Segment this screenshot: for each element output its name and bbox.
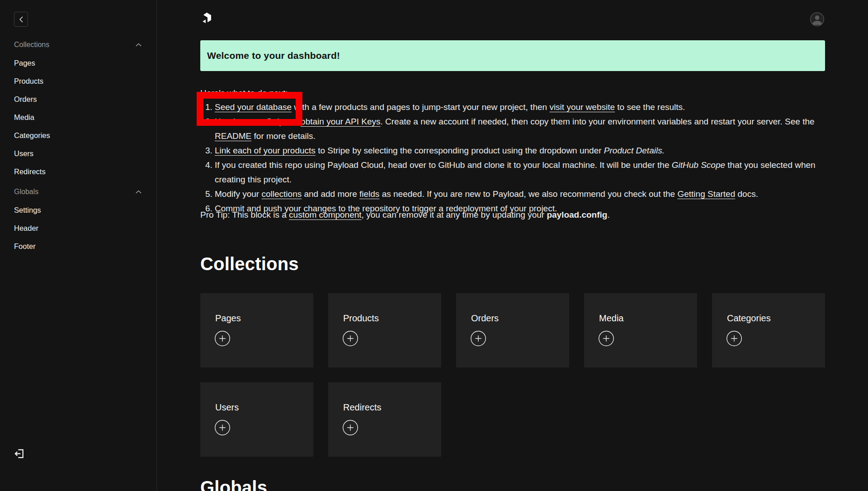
sidebar-item-orders[interactable]: Orders	[14, 90, 142, 108]
plus-icon	[471, 331, 486, 346]
todo-item-5: Modify your collections and add more fie…	[215, 187, 830, 201]
inline-link[interactable]: obtain your API Keys	[301, 117, 380, 126]
sidebar-group-header-globals[interactable]: Globals	[14, 183, 142, 201]
sidebar-collapse-button[interactable]	[14, 12, 28, 27]
plus-icon	[215, 420, 230, 435]
card-add-button-redirects[interactable]	[343, 420, 358, 435]
sidebar: CollectionsPagesProductsOrdersMediaCateg…	[0, 0, 157, 491]
welcome-banner: Welcome to your dashboard!	[200, 40, 825, 71]
card-title: Pages	[215, 313, 313, 323]
inline-link[interactable]: Getting Started	[677, 189, 735, 199]
inline-link[interactable]: visit your website	[549, 102, 615, 112]
collection-card-orders[interactable]: Orders	[456, 293, 569, 367]
sidebar-group-collections: CollectionsPagesProductsOrdersMediaCateg…	[14, 36, 142, 181]
text: . Create a new account if needed, then c…	[381, 117, 815, 126]
text: If you created this repo using Payload C…	[215, 160, 672, 170]
sidebar-item-settings[interactable]: Settings	[14, 201, 142, 219]
italic-text: Product Details.	[604, 146, 665, 155]
sidebar-item-redirects[interactable]: Redirects	[14, 162, 142, 181]
inline-link[interactable]: README	[215, 131, 251, 141]
card-title: Media	[599, 313, 697, 323]
card-add-button-categories[interactable]	[726, 331, 742, 346]
account-button[interactable]	[810, 12, 825, 27]
avatar-icon	[810, 12, 825, 27]
sidebar-item-users[interactable]: Users	[14, 144, 142, 162]
card-title: Redirects	[343, 402, 441, 412]
text: to Stripe by selecting the corresponding…	[316, 146, 604, 155]
collections-card-grid: PagesProductsOrdersMediaCategoriesUsersR…	[200, 293, 826, 457]
text: docs.	[735, 189, 758, 199]
plus-icon	[726, 331, 742, 346]
chevron-up-icon	[136, 190, 142, 194]
collection-card-categories[interactable]: Categories	[712, 293, 825, 367]
sidebar-group-label: Globals	[14, 188, 38, 196]
text: .	[607, 210, 609, 219]
bold-text: payload.config	[547, 210, 607, 219]
text: and add more	[302, 189, 359, 199]
sidebar-item-header[interactable]: Header	[14, 219, 142, 237]
globals-section-title: Globals	[200, 477, 267, 491]
inline-link[interactable]: collections	[261, 189, 302, 199]
text: with a few products and pages to jump-st…	[292, 102, 549, 112]
sidebar-nav: CollectionsPagesProductsOrdersMediaCateg…	[14, 36, 142, 255]
logout-button[interactable]	[12, 446, 26, 461]
collection-card-pages[interactable]: Pages	[200, 293, 313, 367]
card-title: Orders	[471, 313, 569, 323]
collection-card-media[interactable]: Media	[584, 293, 697, 367]
todo-item-3: Link each of your products to Stripe by …	[215, 143, 830, 158]
inline-link[interactable]: fields	[359, 189, 379, 199]
card-title: Categories	[727, 313, 825, 323]
collections-section-title: Collections	[200, 253, 299, 275]
inline-link[interactable]: Link each of your products	[215, 146, 316, 155]
sidebar-group-header-collections[interactable]: Collections	[14, 36, 142, 54]
sidebar-item-media[interactable]: Media	[14, 108, 142, 126]
todo-item-2: Head over to Stripe to obtain your API K…	[215, 114, 830, 143]
collection-card-products[interactable]: Products	[328, 293, 441, 367]
text: for more details.	[251, 131, 316, 141]
card-add-button-pages[interactable]	[215, 331, 230, 346]
text: Modify your	[215, 189, 261, 199]
collection-card-redirects[interactable]: Redirects	[328, 382, 441, 457]
pro-tip: Pro Tip: This block is a custom componen…	[200, 208, 610, 222]
todo-list: Seed your database with a few products a…	[200, 100, 830, 216]
inline-link[interactable]: Seed your database	[215, 102, 292, 112]
text: Pro Tip: This block is a	[200, 210, 289, 219]
plus-icon	[343, 420, 358, 435]
inline-link[interactable]: custom component	[289, 210, 362, 219]
collection-card-users[interactable]: Users	[200, 382, 313, 457]
chevron-up-icon	[136, 43, 142, 47]
italic-text: GitHub Scope	[672, 160, 725, 170]
sidebar-item-categories[interactable]: Categories	[14, 126, 142, 144]
text: to see the results.	[615, 102, 685, 112]
card-add-button-products[interactable]	[343, 331, 358, 346]
chevron-left-icon	[19, 16, 23, 23]
todo-item-1: Seed your database with a few products a…	[215, 100, 830, 114]
text: as needed. If you are new to Payload, we…	[379, 189, 677, 199]
welcome-banner-message: Welcome to your dashboard!	[207, 50, 340, 61]
payload-logo	[202, 12, 212, 24]
sidebar-item-footer[interactable]: Footer	[14, 237, 142, 255]
text: , you can remove it at any time by updat…	[362, 210, 547, 219]
sidebar-group-globals: GlobalsSettingsHeaderFooter	[14, 183, 142, 255]
card-add-button-orders[interactable]	[471, 331, 486, 346]
sidebar-item-products[interactable]: Products	[14, 72, 142, 90]
sidebar-item-pages[interactable]: Pages	[14, 54, 142, 72]
plus-icon	[215, 331, 230, 346]
text: Head over to Stripe to	[215, 117, 301, 126]
card-title: Products	[343, 313, 441, 323]
plus-icon	[343, 331, 358, 346]
card-add-button-users[interactable]	[215, 420, 230, 435]
card-add-button-media[interactable]	[599, 331, 614, 346]
todo-intro: Here's what to do next:	[200, 86, 288, 100]
sidebar-group-label: Collections	[14, 41, 49, 49]
card-title: Users	[215, 402, 313, 412]
plus-icon	[599, 331, 614, 346]
todo-item-4: If you created this repo using Payload C…	[215, 158, 830, 187]
logout-icon	[13, 448, 25, 459]
